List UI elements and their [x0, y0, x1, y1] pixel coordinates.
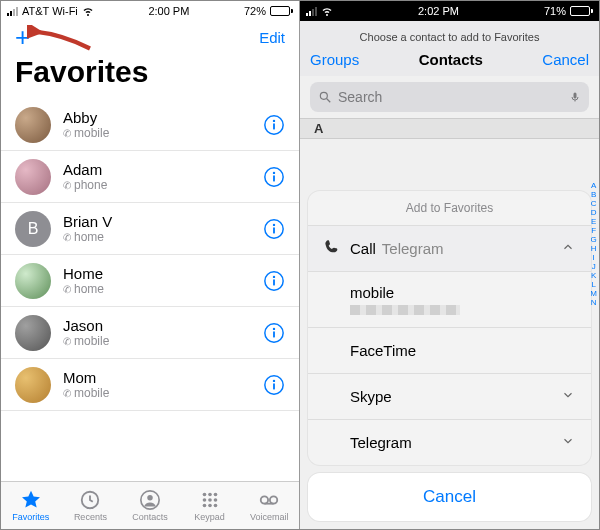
contact-sub: ✆mobile — [63, 386, 263, 400]
tab-label: Keypad — [194, 512, 225, 522]
voicemail-icon — [258, 489, 280, 511]
contacts-title: Contacts — [419, 51, 483, 68]
favorite-row[interactable]: B Brian V ✆home — [1, 203, 299, 255]
svg-point-7 — [273, 223, 275, 225]
alpha-index[interactable]: ABCDEFGHIJKLMN — [590, 181, 597, 307]
favorite-row[interactable]: Home ✆home — [1, 255, 299, 307]
svg-point-29 — [213, 504, 217, 508]
phone-icon: ✆ — [63, 336, 71, 347]
sheet-row-label: Skype — [350, 388, 392, 405]
contact-name: Abby — [63, 109, 263, 126]
svg-rect-14 — [273, 331, 275, 337]
contact-sub: ✆mobile — [63, 334, 263, 348]
svg-point-31 — [270, 496, 277, 503]
favorites-screen: AT&T Wi-Fi 2:00 PM 72% + Edit Favorites … — [1, 1, 300, 529]
contact-sub: ✆mobile — [63, 126, 263, 140]
person-icon — [139, 489, 161, 511]
tab-keypad[interactable]: Keypad — [180, 482, 240, 529]
clock-icon — [79, 489, 101, 511]
phone-icon: ✆ — [63, 388, 71, 399]
phone-icon: ✆ — [63, 232, 71, 243]
tab-label: Favorites — [12, 512, 49, 522]
contact-picker-screen: 2:02 PM 71% Choose a contact to add to F… — [300, 1, 599, 529]
svg-point-4 — [273, 171, 275, 173]
mic-icon[interactable] — [569, 89, 581, 105]
phone-icon: ✆ — [63, 180, 71, 191]
svg-point-21 — [202, 493, 206, 497]
groups-button[interactable]: Groups — [310, 51, 359, 68]
favorites-list: Abby ✆mobile Adam ✆phone B Brian V ✆home — [1, 99, 299, 411]
annotation-arrow — [27, 25, 97, 69]
svg-point-27 — [202, 504, 206, 508]
contact-sub: ✆phone — [63, 178, 263, 192]
sheet-title: Add to Favorites — [308, 191, 591, 225]
svg-point-1 — [273, 119, 275, 121]
avatar — [15, 263, 51, 299]
tab-label: Recents — [74, 512, 107, 522]
tab-label: Contacts — [132, 512, 168, 522]
info-icon[interactable] — [263, 114, 285, 136]
sheet-option-telegram[interactable]: Telegram — [308, 419, 591, 465]
picker-nav: Choose a contact to add to Favorites Gro… — [300, 21, 599, 76]
svg-point-25 — [208, 498, 212, 502]
search-placeholder: Search — [338, 89, 382, 105]
favorite-row[interactable]: Jason ✆mobile — [1, 307, 299, 359]
favorite-row[interactable]: Adam ✆phone — [1, 151, 299, 203]
svg-point-10 — [273, 275, 275, 277]
sheet-row-extra: Telegram — [382, 240, 444, 257]
avatar — [15, 367, 51, 403]
svg-point-30 — [261, 496, 268, 503]
signal-icon — [306, 7, 317, 16]
battery-pct: 71% — [544, 5, 566, 17]
tab-contacts[interactable]: Contacts — [120, 482, 180, 529]
svg-rect-2 — [273, 123, 275, 129]
info-icon[interactable] — [263, 166, 285, 188]
svg-point-13 — [273, 327, 275, 329]
svg-point-24 — [202, 498, 206, 502]
star-icon — [20, 489, 42, 511]
svg-line-34 — [327, 99, 331, 103]
svg-rect-5 — [273, 175, 275, 181]
svg-rect-8 — [273, 227, 275, 233]
info-icon[interactable] — [263, 218, 285, 240]
tab-label: Voicemail — [250, 512, 289, 522]
sheet-option-skype[interactable]: Skype — [308, 373, 591, 419]
wifi-icon — [321, 5, 333, 17]
avatar: B — [15, 211, 51, 247]
avatar — [15, 315, 51, 351]
favorite-row[interactable]: Abby ✆mobile — [1, 99, 299, 151]
status-bar: AT&T Wi-Fi 2:00 PM 72% — [1, 1, 299, 21]
status-bar: 2:02 PM 71% — [300, 1, 599, 21]
phone-icon: ✆ — [63, 284, 71, 295]
tab-bar: Favorites Recents Contacts Keypad Voicem… — [1, 481, 299, 529]
contact-name: Home — [63, 265, 263, 282]
sheet-option-mobile[interactable]: mobile — [308, 271, 591, 327]
info-icon[interactable] — [263, 374, 285, 396]
info-icon[interactable] — [263, 270, 285, 292]
phone-icon — [324, 239, 350, 258]
search-input[interactable]: Search — [310, 82, 589, 112]
battery-pct: 72% — [244, 5, 266, 17]
status-time: 2:00 PM — [148, 5, 189, 17]
svg-point-22 — [208, 493, 212, 497]
sheet-option-facetime[interactable]: FaceTime — [308, 327, 591, 373]
chevron-down-icon — [561, 388, 575, 405]
info-icon[interactable] — [263, 322, 285, 344]
tab-favorites[interactable]: Favorites — [1, 482, 61, 529]
contact-sub: ✆home — [63, 282, 263, 296]
avatar — [15, 159, 51, 195]
svg-rect-11 — [273, 279, 275, 285]
edit-button[interactable]: Edit — [259, 29, 285, 46]
section-header-a: A — [300, 118, 599, 139]
wifi-icon — [82, 5, 94, 17]
favorite-row[interactable]: Mom ✆mobile — [1, 359, 299, 411]
sheet-cancel-button[interactable]: Cancel — [308, 473, 591, 521]
cancel-nav-button[interactable]: Cancel — [542, 51, 589, 68]
sheet-row-label: mobile — [350, 284, 394, 301]
tab-recents[interactable]: Recents — [61, 482, 121, 529]
contact-sub: ✆home — [63, 230, 263, 244]
sheet-call-row[interactable]: Call Telegram — [308, 225, 591, 271]
chevron-down-icon — [561, 434, 575, 451]
sheet-row-label: Call — [350, 240, 376, 257]
tab-voicemail[interactable]: Voicemail — [239, 482, 299, 529]
